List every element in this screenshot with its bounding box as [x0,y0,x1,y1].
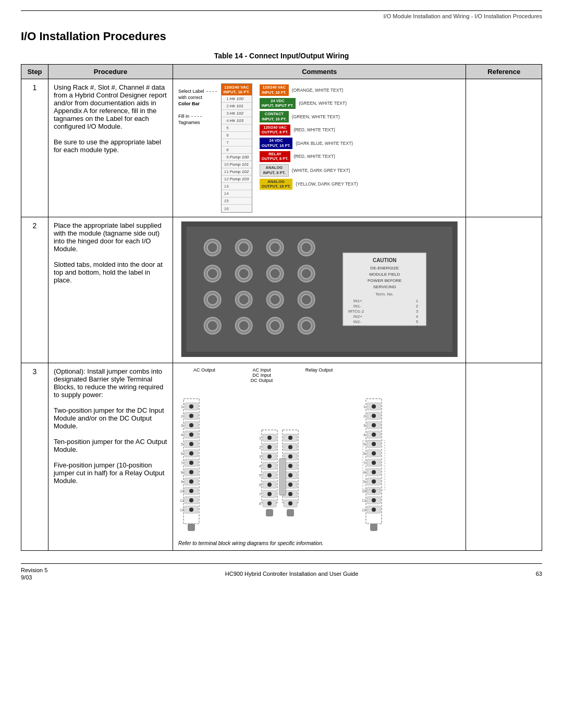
svg-text:IN2+: IN2+ [353,314,362,319]
table-row-1: 1 Using Rack #, Slot #, Channel # data f… [21,79,542,217]
svg-text:1: 1 [259,436,261,440]
comm-1: Select Label with correct Color Bar Fill… [173,79,466,217]
legend-item-7: ANALOGINPUT, 8 PT. (WHITE, DARK GREY TEX… [260,164,358,177]
svg-text:2: 2 [181,414,183,418]
svg-point-55 [189,404,193,409]
table-row-3: 3 (Optional): Install jumper combs into … [21,363,542,551]
svg-point-93 [267,436,272,440]
footer-revision: Revision 5 [21,567,47,573]
svg-point-101 [267,473,272,477]
svg-point-129 [288,483,292,487]
svg-point-163 [372,508,376,512]
svg-point-19 [207,294,218,305]
module-type-legend: 120/240 VACINPUT, 16 PT. (ORANGE, WHITE … [260,83,358,190]
svg-point-69 [189,470,193,474]
with-correct-annotation: with correct [178,95,218,100]
svg-text:4: 4 [259,464,261,468]
svg-point-153 [372,461,376,465]
svg-text:IN1-: IN1- [353,304,361,309]
svg-point-127 [288,473,292,477]
legend-item-3: CONTACTINPUT, 16 PT. (GREEN, WHITE TEXT) [260,111,358,122]
svg-text:3: 3 [181,424,183,427]
svg-point-125 [288,464,292,468]
svg-rect-116 [266,509,273,516]
proc-2: Place the appropriate label supplied wit… [48,217,173,363]
svg-point-29 [239,320,249,331]
jumper-svg: 1 2 3 4 5 6 7 8 9 10 11 12 [178,388,449,534]
svg-text:SERVICING: SERVICING [373,285,396,289]
badge-dc-input: 24 VDCINPUT, INPUT PT. [260,98,296,109]
svg-point-75 [189,498,193,502]
col-step: Step [21,65,48,79]
legend-item-6: RELAYOUTPUT, 8 PT. (RED, WHITE TEXT) [260,151,358,163]
footer-page: 63 [536,571,542,577]
svg-point-147 [372,433,376,437]
comm-2: CAUTION DE-ENERGIZE MODULE FIELD POWER B… [173,217,466,363]
slot-row-6: 6 [222,132,252,139]
svg-text:Term. No.: Term. No. [375,292,394,297]
svg-text:6: 6 [363,452,365,455]
svg-text:2: 2 [363,414,365,418]
page-breadcrumb: I/O Module Installation and Wiring - I/O… [21,10,542,19]
svg-point-95 [267,445,272,449]
svg-point-155 [372,470,376,474]
proc-3: (Optional): Install jumper combs into de… [48,363,173,551]
slot-row-1: 1Htr 100 [222,95,252,103]
footer-left: Revision 5 9/03 [21,567,47,581]
badge-contact: CONTACTINPUT, 16 PT. [260,111,289,122]
svg-point-33 [301,320,312,331]
svg-point-59 [189,423,193,427]
step-3: 3 [21,363,48,551]
module-card: 120/240 VACINPUT, 16 PT. 1Htr 100 2Htr 1… [221,83,252,213]
svg-point-65 [189,451,193,455]
svg-text:11: 11 [362,499,366,502]
svg-text:3: 3 [363,424,365,427]
svg-point-133 [288,501,292,505]
legend-item-2: 24 VDCINPUT, INPUT PT. (GREEN, WHITE TEX… [260,98,358,109]
svg-text:IRTO1-2: IRTO1-2 [348,309,364,314]
badge-ac-output: 120/240 VACOUTPUT, 8 PT. [260,125,290,136]
slot-row-16: 16 [222,205,252,212]
jumper-label-ac-out: AC Output [183,367,225,383]
svg-text:4: 4 [363,433,365,437]
comm-3: AC Output AC InputDC InputDC Output Rela… [173,363,466,551]
svg-point-105 [267,492,272,496]
slot-row-9: 9Pump 100 [222,154,252,161]
svg-text:6: 6 [181,452,183,455]
svg-point-61 [189,433,193,437]
svg-point-63 [189,442,193,446]
page-footer: Revision 5 9/03 HC900 Hybrid Controller … [21,563,542,581]
select-label-annotation: Select Label [178,89,218,94]
jumper-label-dc: AC InputDC InputDC Output [236,367,288,383]
svg-text:6: 6 [416,325,419,329]
svg-text:5: 5 [259,474,261,477]
svg-rect-90 [188,524,195,531]
svg-text:7: 7 [259,492,261,496]
legend-item-4: 120/240 VACOUTPUT, 8 PT. (RED, WHITE TEX… [260,125,358,136]
svg-point-97 [267,454,272,459]
slot-row-10: 10Pump 101 [222,161,252,168]
svg-text:2: 2 [416,304,419,309]
svg-text:7: 7 [363,461,365,465]
svg-point-119 [288,436,292,440]
proc-1: Using Rack #, Slot #, Channel # data fro… [48,79,173,217]
svg-point-7 [270,242,280,253]
svg-point-57 [189,414,193,418]
tagnames-annotation: Tagnames [178,120,218,125]
badge-analog-in: ANALOGINPUT, 8 PT. [260,164,289,177]
slot-row-7: 7 [222,139,252,146]
slot-row-13: 13 [222,183,252,190]
svg-text:2: 2 [259,446,261,449]
step-1: 1 [21,79,48,217]
footer-date: 9/03 [21,574,47,581]
svg-text:IN2-: IN2- [353,319,361,324]
slot-row-14: 14 [222,190,252,198]
svg-text:1: 1 [181,405,183,409]
badge-analog-out: ANALOGOUTPUT, 16 PT. [260,179,292,190]
svg-text:3: 3 [259,455,261,459]
svg-text:8: 8 [181,471,183,474]
col-comments: Comments [173,65,466,79]
svg-text:IN3+: IN3+ [353,325,362,329]
svg-point-3 [207,242,218,253]
svg-point-159 [372,489,376,493]
